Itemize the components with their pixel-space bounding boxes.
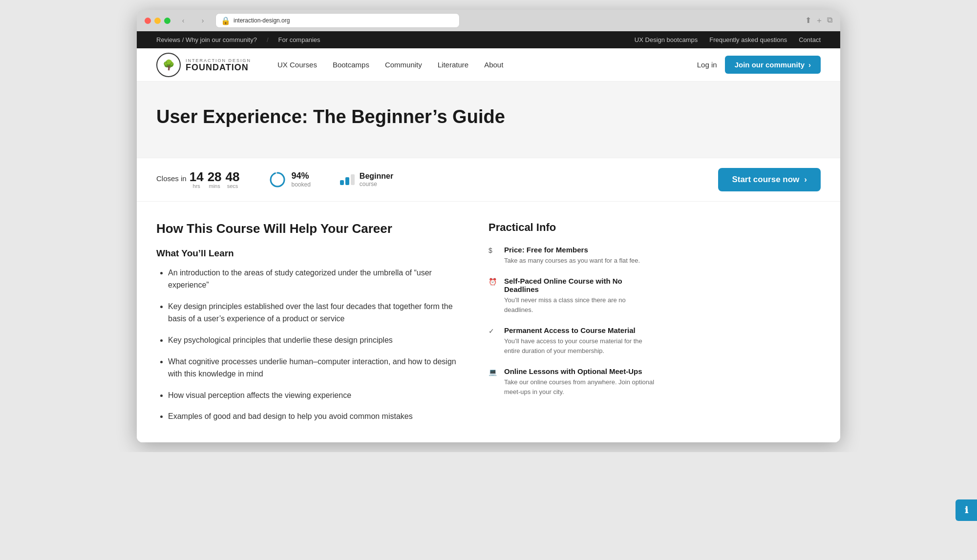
info-item-permanent-access-title: Permanent Access to Course Material	[504, 326, 655, 334]
logo-icon: 🌳	[156, 53, 181, 77]
utility-bar-right: UX Design bootcamps Frequently asked que…	[635, 36, 821, 43]
checkmark-icon: ✓	[488, 327, 498, 355]
new-tab-icon[interactable]: ＋	[815, 16, 823, 26]
forward-button[interactable]: ›	[196, 14, 210, 27]
stat-level: Beginner course	[340, 172, 393, 187]
nav-link-literature[interactable]: Literature	[431, 57, 475, 73]
utility-link-bootcamps[interactable]: UX Design bootcamps	[635, 36, 698, 43]
svg-point-1	[271, 173, 284, 187]
chevron-right-icon: ›	[808, 61, 811, 69]
level-name: Beginner	[360, 172, 393, 181]
nav-link-about[interactable]: About	[477, 57, 510, 73]
utility-link-faq[interactable]: Frequently asked questions	[709, 36, 787, 43]
booked-text: 94% booked	[291, 171, 310, 188]
hrs-value: 14	[190, 170, 204, 183]
browser-titlebar: ‹ › 🔒 interaction-design.org ⬆ ＋ ⧉	[137, 10, 840, 31]
secs-value: 48	[226, 170, 240, 183]
logo-text: INTERACTION DESIGN FOUNDATION	[186, 58, 251, 72]
nav-link-bootcamps[interactable]: Bootcamps	[326, 57, 376, 73]
site-content: Reviews / Why join our community? / For …	[137, 31, 840, 442]
content-right: Practical Info $ Price: Free for Members…	[488, 221, 655, 423]
utility-bar-left: Reviews / Why join our community? / For …	[156, 36, 320, 43]
address-bar[interactable]: 🔒 interaction-design.org	[215, 13, 460, 28]
info-item-online-lessons-body: Online Lessons with Optional Meet-Ups Ta…	[504, 367, 655, 396]
info-item-permanent-access: ✓ Permanent Access to Course Material Yo…	[488, 326, 655, 355]
browser-window: ‹ › 🔒 interaction-design.org ⬆ ＋ ⧉ Revie…	[137, 10, 840, 442]
level-bar-2	[345, 177, 349, 185]
time-block-secs: 48 secs	[226, 170, 240, 189]
list-item: Key design principles established over t…	[168, 300, 459, 325]
mins-label: mins	[209, 183, 220, 189]
clock-icon: ⏰	[488, 278, 498, 314]
info-item-self-paced-desc: You’ll never miss a class since there ar…	[504, 295, 655, 314]
logo-text-bottom: FOUNDATION	[186, 63, 251, 72]
tabs-icon[interactable]: ⧉	[827, 16, 832, 26]
nav-link-ux-courses[interactable]: UX Courses	[271, 57, 324, 73]
nav-link-community[interactable]: Community	[378, 57, 429, 73]
list-item: How visual perception affects the viewin…	[168, 389, 459, 402]
info-item-permanent-access-body: Permanent Access to Course Material You’…	[504, 326, 655, 355]
booked-label: booked	[291, 181, 310, 188]
utility-bar: Reviews / Why join our community? / For …	[137, 31, 840, 48]
content-left: How This Course Will Help Your Career Wh…	[156, 221, 459, 423]
logo[interactable]: 🌳 INTERACTION DESIGN FOUNDATION	[156, 53, 251, 77]
mins-value: 28	[208, 170, 222, 183]
time-block-hrs: 14 hrs	[190, 170, 204, 189]
closes-in-label: Closes in	[156, 174, 187, 183]
logo-text-top: INTERACTION DESIGN	[186, 58, 251, 63]
course-title: User Experience: The Beginner’s Guide	[156, 106, 821, 128]
nav-actions: Log in Join our community ›	[697, 56, 821, 74]
utility-link-contact[interactable]: Contact	[799, 36, 821, 43]
window-controls: ⬆ ＋ ⧉	[805, 16, 832, 26]
stat-booked: 94% booked	[269, 171, 310, 188]
section-heading: How This Course Will Help Your Career	[156, 221, 459, 236]
hero-section: User Experience: The Beginner’s Guide	[137, 82, 840, 158]
lock-icon: 🔒	[221, 16, 231, 25]
booked-pct: 94%	[291, 171, 310, 181]
learn-list: An introduction to the areas of study ca…	[156, 267, 459, 423]
utility-link-reviews[interactable]: Reviews / Why join our community?	[156, 36, 257, 43]
list-item: Key psychological principles that underl…	[168, 334, 459, 347]
utility-link-companies[interactable]: For companies	[278, 36, 320, 43]
start-course-button[interactable]: Start course now ›	[718, 168, 821, 191]
list-item: Examples of good and bad design to help …	[168, 410, 459, 423]
level-bars	[340, 174, 355, 185]
back-button[interactable]: ‹	[176, 14, 190, 27]
start-course-arrow-icon: ›	[804, 175, 807, 185]
close-window-button[interactable]	[145, 18, 151, 24]
join-community-label: Join our community	[735, 61, 805, 69]
info-item-price-body: Price: Free for Members Take as many cou…	[504, 246, 640, 266]
start-course-label: Start course now	[732, 175, 799, 185]
list-item: What cognitive processes underlie human–…	[168, 355, 459, 380]
info-item-online-lessons: 💻 Online Lessons with Optional Meet-Ups …	[488, 367, 655, 396]
time-blocks: 14 hrs 28 mins 48 secs	[190, 170, 240, 189]
level-text: Beginner course	[360, 172, 393, 187]
minimize-window-button[interactable]	[154, 18, 161, 24]
subsection-heading: What You’ll Learn	[156, 248, 459, 259]
hrs-label: hrs	[193, 183, 200, 189]
main-nav: 🌳 INTERACTION DESIGN FOUNDATION UX Cours…	[137, 48, 840, 82]
share-icon[interactable]: ⬆	[805, 16, 811, 26]
info-item-online-lessons-title: Online Lessons with Optional Meet-Ups	[504, 367, 655, 375]
list-item: An introduction to the areas of study ca…	[168, 267, 459, 291]
traffic-lights	[145, 18, 170, 24]
nav-links: UX Courses Bootcamps Community Literatur…	[271, 57, 697, 73]
join-community-button[interactable]: Join our community ›	[725, 56, 821, 74]
closes-in: Closes in 14 hrs 28 mins 48 secs	[156, 170, 239, 189]
level-sub: course	[360, 181, 393, 187]
info-item-price: $ Price: Free for Members Take as many c…	[488, 246, 655, 266]
laptop-icon: 💻	[488, 368, 498, 396]
info-item-self-paced-body: Self-Paced Online Course with No Deadlin…	[504, 277, 655, 314]
url-display: interaction-design.org	[234, 17, 290, 24]
dollar-icon: $	[488, 247, 498, 266]
info-item-online-lessons-desc: Take our online courses from anywhere. J…	[504, 377, 655, 396]
main-content-area: How This Course Will Help Your Career Wh…	[137, 202, 840, 442]
time-block-mins: 28 mins	[208, 170, 222, 189]
info-item-price-desc: Take as many courses as you want for a f…	[504, 256, 640, 266]
info-items: $ Price: Free for Members Take as many c…	[488, 246, 655, 397]
progress-ring	[269, 171, 286, 188]
info-item-permanent-access-desc: You’ll have access to your course materi…	[504, 336, 655, 355]
login-button[interactable]: Log in	[697, 61, 717, 69]
stats-bar: Closes in 14 hrs 28 mins 48 secs	[137, 158, 840, 202]
maximize-window-button[interactable]	[164, 18, 170, 24]
